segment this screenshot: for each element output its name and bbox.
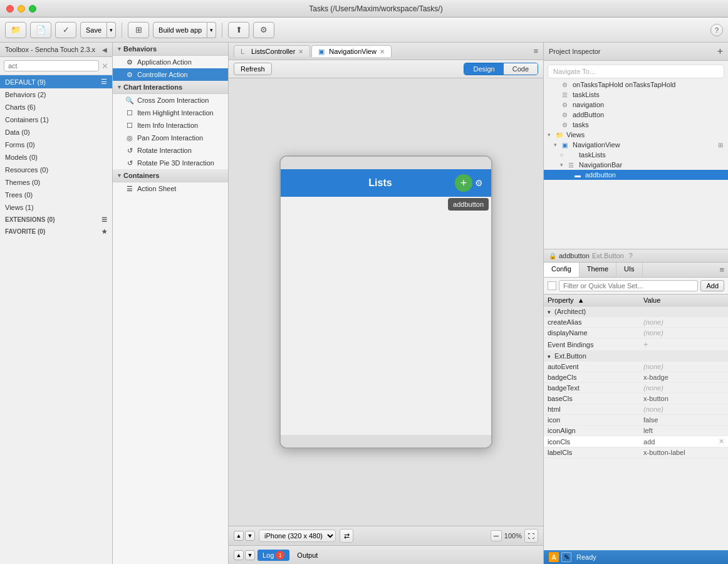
- toolbox-item-containers[interactable]: Containers (1): [0, 113, 112, 126]
- behaviors-section-header[interactable]: ▾ Behaviors: [113, 43, 228, 56]
- tree-item[interactable]: ⚙ navigation: [544, 100, 728, 110]
- prop-value[interactable]: (none): [640, 362, 728, 372]
- toolbox-item-data[interactable]: Data (0): [0, 126, 112, 138]
- prop-value[interactable]: add ✕: [640, 436, 728, 447]
- toolbox-default-section[interactable]: DEFAULT (9) ☰: [0, 75, 112, 88]
- log-up-button[interactable]: ▲: [234, 550, 244, 560]
- status-edit-button[interactable]: ✎: [561, 552, 571, 562]
- close-button[interactable]: [6, 5, 14, 13]
- device-selector[interactable]: iPhone (320 x 480): [259, 530, 336, 542]
- table-row: html (none): [544, 404, 728, 415]
- containers-section-header[interactable]: ▾ Containers: [113, 169, 228, 182]
- toolbox-item-views[interactable]: Views (1): [0, 201, 112, 214]
- tab-close-button[interactable]: ✕: [298, 48, 303, 55]
- toolbox-item-resources[interactable]: Resources (0): [0, 164, 112, 176]
- prop-value[interactable]: (none): [640, 383, 728, 394]
- toolbox-item-models[interactable]: Models (0): [0, 151, 112, 164]
- tree-views-item[interactable]: ▾ 📁 Views: [544, 130, 728, 140]
- prop-value[interactable]: x-button-label: [640, 447, 728, 458]
- open-file-button[interactable]: 📄: [30, 22, 51, 38]
- layout-button[interactable]: ⊞: [128, 22, 149, 38]
- code-mode-button[interactable]: Code: [504, 63, 538, 75]
- scroll-up-button[interactable]: ▲: [234, 531, 244, 541]
- log-tab[interactable]: Log 1: [257, 550, 289, 561]
- tree-item[interactable]: ☰ taskLists: [544, 90, 728, 100]
- config-tab[interactable]: Config: [544, 263, 580, 277]
- navigate-to-input[interactable]: Navigate To...: [548, 65, 724, 78]
- build-dropdown-button[interactable]: ▾: [207, 22, 216, 38]
- tree-item[interactable]: ⚙ tasks: [544, 120, 728, 130]
- chart-section-header[interactable]: ▾ Chart Interactions: [113, 81, 228, 94]
- toolbox-item-behaviors[interactable]: Behaviors (2): [0, 88, 112, 101]
- fit-screen-button[interactable]: ⛶: [524, 529, 538, 543]
- add-binding-icon[interactable]: +: [643, 340, 648, 349]
- maximize-button[interactable]: [29, 5, 36, 13]
- project-add-button[interactable]: +: [717, 46, 723, 57]
- toolbox-item-charts[interactable]: Charts (6): [0, 101, 112, 113]
- rotate-pie-item[interactable]: ↺ Rotate Pie 3D Interaction: [113, 157, 228, 169]
- toolbox-search-input[interactable]: [4, 60, 99, 71]
- prop-value[interactable]: x-button: [640, 394, 728, 404]
- pan-zoom-item[interactable]: ◎ Pan Zoom Interaction: [113, 132, 228, 144]
- prop-value[interactable]: false: [640, 415, 728, 426]
- upload-button[interactable]: ⬆: [228, 22, 249, 38]
- phone-gear-button[interactable]: ⚙: [472, 177, 485, 189]
- build-button[interactable]: Build web app: [153, 22, 207, 38]
- device-rotate-button[interactable]: ⇄: [340, 529, 353, 543]
- open-folder-button[interactable]: 📁: [5, 22, 26, 38]
- filter-checkbox[interactable]: [548, 281, 556, 290]
- output-tab[interactable]: Output: [292, 550, 323, 560]
- search-clear-button[interactable]: ✕: [101, 61, 108, 71]
- add-property-button[interactable]: Add: [700, 280, 724, 291]
- prop-value[interactable]: (none): [640, 317, 728, 328]
- log-down-button[interactable]: ▼: [245, 550, 255, 560]
- scroll-down-button[interactable]: ▼: [245, 531, 255, 541]
- rotate-item[interactable]: ↺ Rotate Interaction: [113, 144, 228, 157]
- controller-action-item[interactable]: ⚙ Controller Action: [113, 68, 228, 81]
- toolbox-collapse-button[interactable]: ◀: [102, 46, 107, 53]
- phone-add-button[interactable]: +: [455, 174, 472, 192]
- cross-zoom-item[interactable]: 🔍 Cross Zoom Interaction: [113, 94, 228, 107]
- tab-nav-close-button[interactable]: ✕: [380, 48, 385, 55]
- prop-value[interactable]: (none): [640, 404, 728, 415]
- toolbox-item-trees[interactable]: Trees (0): [0, 189, 112, 201]
- config-menu-button[interactable]: ≡: [715, 263, 728, 277]
- prop-value[interactable]: left: [640, 426, 728, 436]
- toolbox-item-forms[interactable]: Forms (0): [0, 138, 112, 151]
- uis-tab[interactable]: UIs: [616, 263, 643, 277]
- prop-clear-button[interactable]: ✕: [719, 437, 724, 446]
- item-highlight-item[interactable]: ☐ Item Highlight Interaction: [113, 107, 228, 119]
- tree-navigation-view-item[interactable]: ▾ ▣ NavigationView ⊞: [544, 140, 728, 150]
- design-mode-button[interactable]: Design: [464, 63, 503, 75]
- check-button[interactable]: ✓: [55, 22, 76, 38]
- tab-navigation-view[interactable]: ▣ NavigationView ✕: [311, 45, 392, 57]
- tab-menu-button[interactable]: ≡: [533, 46, 538, 56]
- save-dropdown-button[interactable]: ▾: [107, 22, 116, 38]
- toolbox-item-favorite[interactable]: FAVORITE (0) ★: [0, 226, 112, 238]
- prop-value[interactable]: x-badge: [640, 372, 728, 383]
- minimize-button[interactable]: [18, 5, 25, 13]
- theme-tab[interactable]: Theme: [580, 263, 616, 277]
- prop-value[interactable]: (none): [640, 328, 728, 338]
- zoom-slider-handle[interactable]: ─: [491, 530, 502, 541]
- event-bindings-add[interactable]: +: [640, 338, 728, 351]
- sort-icon[interactable]: ▲: [578, 296, 585, 304]
- tree-tasklists-item[interactable]: ○ taskLists: [544, 150, 728, 160]
- toolbox-item-themes[interactable]: Themes (0): [0, 176, 112, 189]
- save-button[interactable]: Save: [80, 22, 107, 38]
- toolbox-item-extensions[interactable]: EXTENSIONS (0) ☰: [0, 214, 112, 226]
- tree-addbutton-item[interactable]: ▬ addbutton: [544, 170, 728, 180]
- tree-item[interactable]: ⚙ onTasksTapHold onTasksTapHold: [544, 80, 728, 90]
- application-action-item[interactable]: ⚙ Application Action: [113, 56, 228, 68]
- tree-item[interactable]: ⚙ addButton: [544, 110, 728, 120]
- tab-lists-controller[interactable]: L ListsController ✕: [234, 45, 310, 57]
- filter-input[interactable]: [559, 280, 698, 291]
- refresh-button[interactable]: Refresh: [234, 63, 272, 75]
- settings-button[interactable]: ⚙: [253, 22, 274, 38]
- help-icon[interactable]: ?: [629, 252, 633, 259]
- tree-navigationbar-item[interactable]: ▾ ☰ NavigationBar: [544, 160, 728, 170]
- action-sheet-item[interactable]: ☰ Action Sheet: [113, 182, 228, 195]
- item-info-item[interactable]: ☐ Item Info Interaction: [113, 119, 228, 132]
- help-button[interactable]: ?: [710, 24, 723, 36]
- status-a-icon: A: [549, 552, 559, 562]
